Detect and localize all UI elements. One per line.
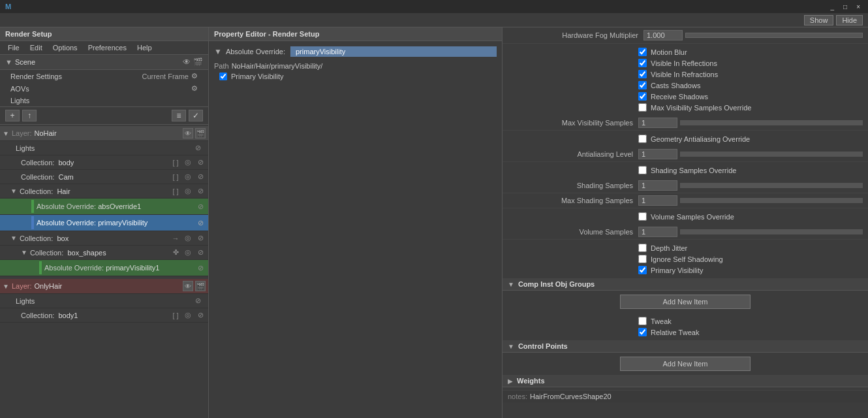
close-button[interactable]: × [854,3,863,11]
max-shading-samples-slider[interactable] [680,198,863,203]
onlyhair-lights[interactable]: Lights ⊘ [0,294,208,308]
scene-item-render-settings[interactable]: Render Settings Current Frame ⚙ [0,70,208,82]
body-bracket-icon[interactable]: [ ] [170,157,181,168]
weights-section-header[interactable]: ▶ Weights [503,375,868,387]
hardware-fog-input[interactable] [643,30,683,40]
primary-visibility-checkbox[interactable] [219,72,227,80]
nohair-lights[interactable]: Lights ⊘ [0,141,208,155]
boxshapes-target-icon[interactable]: ◎ [183,248,193,258]
collection-box-shapes[interactable]: ▼ Collection: box_shapes ✤ ◎ ⊘ [0,246,208,260]
absoverride1-disable[interactable]: ⊘ [195,201,206,212]
visible-reflections-checkbox[interactable] [638,59,647,67]
show-button[interactable]: Show [804,15,834,25]
motion-blur-checkbox[interactable] [638,48,647,56]
minimize-button[interactable]: _ [828,3,837,11]
onlyhair-view-icon[interactable]: 👁 [183,281,193,291]
receive-shadows-row: Receive Shadows [508,91,863,102]
body-disable-icon[interactable]: ⊘ [195,157,206,168]
hair-target-icon[interactable]: ◎ [183,186,193,197]
boxshapes-arrow-icon[interactable]: ✤ [170,248,181,258]
scene-render-icon[interactable]: 🎬 [193,57,203,67]
volume-samples-input[interactable] [638,227,677,237]
menu-options[interactable]: Options [48,42,83,53]
menu-file[interactable]: File [3,42,25,53]
scene-view-icon[interactable]: 👁 [183,57,191,67]
onlyhair-prefix: Layer: [12,282,32,290]
maximize-button[interactable]: □ [841,3,850,11]
body1-target-icon[interactable]: ◎ [183,310,193,321]
casts-shadows-checkbox[interactable] [638,81,647,89]
hair-bracket-icon[interactable]: [ ] [170,186,181,197]
max-vis-override-checkbox[interactable] [638,103,647,112]
nohair-render-icon[interactable]: 🎬 [195,128,206,138]
menu-edit[interactable]: Edit [25,42,48,53]
collection-hair[interactable]: ▼ Collection: Hair [ ] ◎ ⊘ [0,184,208,199]
comp-inst-section-header[interactable]: ▼ Comp Inst Obj Groups [503,278,868,291]
aa-level-slider[interactable] [680,152,863,157]
max-vis-samples-input[interactable] [638,118,677,128]
primaryvisibility-label: Absolute Override: primaryVisibility [37,219,195,227]
geom-aa-checkbox[interactable] [638,135,647,143]
boxshapes-disable-icon[interactable]: ⊘ [195,248,206,258]
override-primaryvisibility1[interactable]: Absolute Override: primaryVisibility1 ⊘ [0,260,208,276]
cam-target-icon[interactable]: ◎ [183,172,193,182]
onlyhair-lights-disable[interactable]: ⊘ [193,296,203,306]
layer-list: ▼ Layer: NoHair 👁 🎬 Lights ⊘ Collection:… [0,125,208,418]
scene-item-lights[interactable]: Lights [0,95,208,106]
lights-disable-icon[interactable]: ⊘ [193,143,203,153]
menu-help[interactable]: Help [132,42,157,53]
collection-body[interactable]: Collection: body [ ] ◎ ⊘ [0,155,208,170]
override-absoverride1[interactable]: Absolute Override: absOverride1 ⊘ [0,199,208,215]
comp-inst-add-item-button[interactable]: Add New Item [620,295,751,309]
view-toggle-btn[interactable]: ≡ [172,110,186,121]
collection-cam[interactable]: Collection: Cam [ ] ◎ ⊘ [0,170,208,184]
visible-refractions-checkbox[interactable] [638,70,647,78]
max-shading-samples-input[interactable] [638,195,677,206]
scene-header[interactable]: ▼ Scene 👁 🎬 [0,55,208,70]
depth-jitter-checkbox[interactable] [638,244,647,252]
body-target-icon[interactable]: ◎ [183,157,193,168]
nohair-view-icon[interactable]: 👁 [183,128,193,138]
aovs-gear[interactable]: ⚙ [191,84,198,93]
check-btn[interactable]: ✓ [189,110,203,121]
box-target-icon[interactable]: ◎ [183,233,193,244]
shading-override-checkbox[interactable] [638,166,647,174]
receive-shadows-checkbox[interactable] [638,92,647,101]
volume-samples-slider[interactable] [680,229,863,234]
aa-level-input[interactable] [638,149,677,159]
relative-tweak-checkbox[interactable] [638,328,647,336]
box-disable-icon[interactable]: ⊘ [195,233,206,244]
cam-bracket-icon[interactable]: [ ] [170,172,181,182]
hardware-fog-slider[interactable] [685,33,863,38]
max-vis-samples-slider[interactable] [680,120,863,125]
render-settings-gear[interactable]: ⚙ [191,72,198,80]
body1-disable-icon[interactable]: ⊘ [195,310,206,321]
primary-vis-right-checkbox[interactable] [638,266,647,274]
control-points-section-header[interactable]: ▼ Control Points [503,340,868,353]
collection-box[interactable]: ▼ Collection: box → ◎ ⊘ [0,231,208,246]
collection-body1[interactable]: Collection: body1 [ ] ◎ ⊘ [0,308,208,323]
scene-item-aovs[interactable]: AOVs ⚙ [0,82,208,95]
hide-button[interactable]: Hide [836,15,863,25]
tweak-checkbox[interactable] [638,317,647,325]
box-arrow-icon[interactable]: → [170,233,181,244]
body1-bracket-icon[interactable]: [ ] [170,310,181,321]
hair-disable-icon[interactable]: ⊘ [195,186,206,197]
menu-preferences[interactable]: Preferences [83,42,132,53]
layer-nohair-header[interactable]: ▼ Layer: NoHair 👁 🎬 [0,126,208,141]
abs-override-input[interactable] [290,46,497,57]
override-primaryvisibility[interactable]: Absolute Override: primaryVisibility ⊘ [0,215,208,231]
cam-disable-icon[interactable]: ⊘ [195,172,206,182]
add-layer-btn[interactable]: + [5,110,20,121]
layer-onlyhair-header[interactable]: ▼ Layer: OnlyHair 👁 🎬 [0,279,208,294]
shading-samples-input[interactable] [638,180,677,191]
shading-samples-slider[interactable] [680,183,863,188]
primaryvisibility-disable[interactable]: ⊘ [195,217,206,228]
onlyhair-render-icon[interactable]: 🎬 [195,281,206,291]
control-points-add-item-button[interactable]: Add New Item [620,357,751,371]
nohair-arrow: ▼ [3,130,9,137]
vol-override-checkbox[interactable] [638,212,647,221]
pv1-disable[interactable]: ⊘ [195,263,206,273]
ignore-self-checkbox[interactable] [638,255,647,263]
move-up-btn[interactable]: ↑ [22,110,37,121]
